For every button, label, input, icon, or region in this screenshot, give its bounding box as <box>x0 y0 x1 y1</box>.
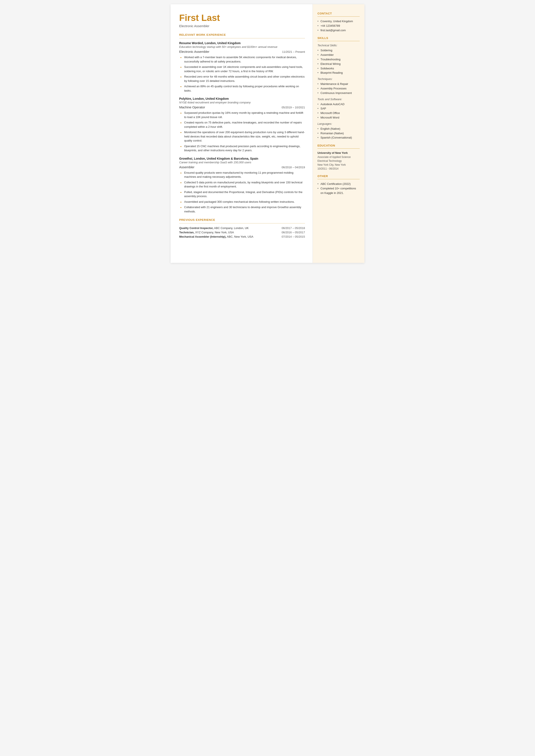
languages-label: Languages: <box>318 122 360 125</box>
prev-job-rest-3: ABC, New York, USA <box>226 235 253 238</box>
technical-skills-list: Soldering Assembler Troubleshooting Elec… <box>318 48 360 75</box>
technique-2: Assembly Processes <box>318 86 360 91</box>
skill-6: Blueprint Reading <box>318 71 360 75</box>
technique-3: Continuous Improvement <box>318 91 360 96</box>
prev-job-row-2: Technician, XYZ Company, New York, USA 0… <box>179 231 305 234</box>
edu-detail-2: Electrical Technology <box>318 159 360 163</box>
job-block-1: Resume Worded, London, United Kingdom Ed… <box>179 42 305 93</box>
job-block-2: Polyhire, London, United Kingdom NYSE-li… <box>179 97 305 153</box>
skill-4: Electrical Wiring <box>318 62 360 66</box>
job-dates-3: 06/2018 – 04/2019 <box>282 166 305 169</box>
edu-detail-3: New York City, New York <box>318 163 360 167</box>
job-title-2: Machine Operator <box>179 105 205 109</box>
bullet-1-3: Recorded zero error for 48 months while … <box>180 74 305 83</box>
tool-4: Microsoft Word <box>318 115 360 120</box>
skills-header: SKILLS <box>318 36 360 40</box>
job-title-3: Assembler <box>179 165 194 169</box>
bullet-3-1: Ensured quality products were manufactur… <box>180 171 305 179</box>
job-title-line-2: Machine Operator 05/2019 – 10/2021 <box>179 105 305 109</box>
lang-1: English (Native) <box>318 127 360 131</box>
technique-1: Maintenance & Repair <box>318 82 360 86</box>
tools-list: Autodesk AutoCAD SAP Microsoft Office Mi… <box>318 102 360 120</box>
bullet-2-3: Monitored the operations of over 200 equ… <box>180 130 305 143</box>
contact-list: Coventry, United Kingdom +44 123456789 f… <box>318 19 360 33</box>
prev-job-bold-2: Technician, <box>179 231 194 234</box>
prev-job-rest-2: XYZ Company, New York, USA <box>194 231 234 234</box>
prev-job-dates-1: 06/2017 – 05/2018 <box>282 226 305 230</box>
other-item-2: Completed 10+ competitions on Kaggle in … <box>318 186 360 195</box>
prev-job-bold-3: Mechanical Assembler (Internship), <box>179 235 226 238</box>
bullet-1-1: Worked with a 7-member team to assemble … <box>180 55 305 64</box>
prev-job-title-2: Technician, XYZ Company, New York, USA <box>179 231 234 234</box>
job-dates-1: 11/2021 – Present <box>282 50 305 53</box>
company-bold-2: Polyhire, <box>179 97 192 101</box>
job-bullets-3: Ensured quality products were manufactur… <box>179 171 305 214</box>
job-bullets-1: Worked with a 7-member team to assemble … <box>179 55 305 93</box>
candidate-title: Electronic Assembler <box>179 24 305 28</box>
divider-previous-exp <box>179 223 305 223</box>
relevant-work-header: RELEVANT WORK EXPERIENCE <box>179 33 305 36</box>
job-bullets-2: Surpassed production quotas by 16% every… <box>179 111 305 153</box>
prev-job-dates-2: 06/2016 – 05/2017 <box>282 231 305 234</box>
candidate-name: First Last <box>179 13 305 23</box>
bullet-2-4: Operated 15 CNC machines that produced p… <box>180 144 305 153</box>
divider-education <box>318 148 360 149</box>
bullet-3-5: Collaborated with 21 engineers and 30 te… <box>180 205 305 214</box>
job-block-3: Growthsi, London, United Kingdom & Barce… <box>179 157 305 214</box>
tool-1: Autodesk AutoCAD <box>318 102 360 107</box>
prev-job-title-1: Quality Control Inspector, ABC Company, … <box>179 226 249 230</box>
job-dates-2: 05/2019 – 10/2021 <box>282 106 305 109</box>
edu-detail-1: Associate of Applied Science <box>318 155 360 159</box>
previous-experience-header: PREVIOUS EXPERIENCE <box>179 218 305 221</box>
techniques-list: Maintenance & Repair Assembly Processes … <box>318 82 360 95</box>
languages-list: English (Native) Romanian (Native) Spani… <box>318 127 360 140</box>
skill-1: Soldering <box>318 48 360 53</box>
technical-skills-label: Technical Skills: <box>318 44 360 47</box>
skill-5: Solidworks <box>318 66 360 71</box>
bullet-1-2: Succeeded in assembling over 1K electron… <box>180 65 305 73</box>
bullet-3-2: Collected 5 data points on manufactured … <box>180 180 305 189</box>
university-name: University of New York <box>318 151 360 155</box>
prev-job-row-1: Quality Control Inspector, ABC Company, … <box>179 226 305 230</box>
techniques-label: Techniques: <box>318 77 360 81</box>
company-rest-2: London, United Kingdom <box>192 97 229 101</box>
job-title-1: Electronic Assembler <box>179 50 209 53</box>
other-list: ABC Certification (2022) Completed 10+ c… <box>318 182 360 195</box>
company-desc-3: Career training and membership SaaS with… <box>179 161 305 164</box>
education-block: University of New York Associate of Appl… <box>318 151 360 171</box>
prev-job-dates-3: 07/2014 – 05/2015 <box>282 235 305 238</box>
bullet-3-3: Pulled, staged and documented the Propor… <box>180 190 305 198</box>
company-desc-2: NYSE-listed recruitment and employer bra… <box>179 101 305 104</box>
divider-other <box>318 179 360 179</box>
prev-job-rest-1: ABC Company, London, UK <box>213 226 249 230</box>
contact-header: CONTACT <box>318 12 360 15</box>
tool-2: SAP <box>318 106 360 111</box>
skill-2: Assembler <box>318 53 360 57</box>
tool-3: Microsoft Office <box>318 111 360 115</box>
company-name-2: Polyhire, London, United Kingdom <box>179 97 305 101</box>
company-bold-3: Growthsi, <box>179 157 193 160</box>
other-header: OTHER <box>318 175 360 178</box>
prev-job-title-3: Mechanical Assembler (Internship), ABC, … <box>179 235 253 238</box>
bullet-1-4: Achieved an 89% on 45 quality control te… <box>180 84 305 93</box>
right-column: CONTACT Coventry, United Kingdom +44 123… <box>313 4 364 263</box>
company-desc-1: Education technology startup with 50+ em… <box>179 45 305 48</box>
contact-item-3: first.last@gmail.com <box>318 28 360 33</box>
other-item-1: ABC Certification (2022) <box>318 182 360 186</box>
education-header: EDUCATION <box>318 144 360 147</box>
prev-job-bold-1: Quality Control Inspector, <box>179 226 213 230</box>
contact-item-2: +44 123456789 <box>318 24 360 28</box>
company-name-3: Growthsi, London, United Kingdom & Barce… <box>179 157 305 160</box>
previous-exp-table: Quality Control Inspector, ABC Company, … <box>179 226 305 238</box>
tools-label: Tools and Software: <box>318 98 360 101</box>
lang-2: Romanian (Native) <box>318 131 360 136</box>
lang-3: Spanish (Conversational) <box>318 135 360 140</box>
skill-3: Troubleshooting <box>318 57 360 62</box>
company-bold-1: Resume Worded, <box>179 42 204 45</box>
bullet-3-4: Assembled and packaged 300 complex mecha… <box>180 200 305 204</box>
bullet-2-2: Created reports on 75 defective parts, m… <box>180 120 305 129</box>
company-rest-3: London, United Kingdom & Barcelona, Spai… <box>193 157 259 160</box>
edu-detail-4: 10/2011 - 06/2014 <box>318 167 360 171</box>
left-column: First Last Electronic Assembler RELEVANT… <box>171 4 313 263</box>
bullet-2-1: Surpassed production quotas by 16% every… <box>180 111 305 119</box>
